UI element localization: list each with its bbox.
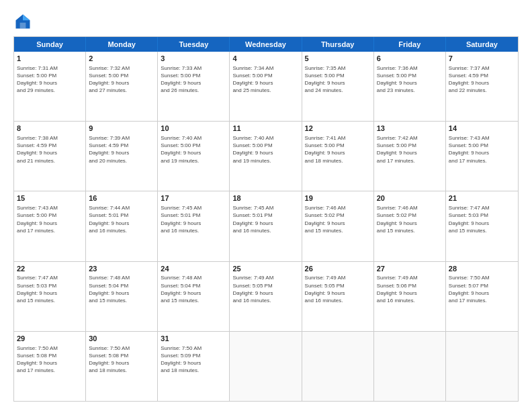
day-info: Sunrise: 7:38 AM Sunset: 4:59 PM Dayligh… — [17, 134, 83, 165]
calendar-week: 29Sunrise: 7:50 AM Sunset: 5:08 PM Dayli… — [14, 332, 518, 401]
day-info: Sunrise: 7:48 AM Sunset: 5:04 PM Dayligh… — [161, 274, 226, 304]
day-header: Saturday — [446, 37, 518, 52]
calendar-cell: 18Sunrise: 7:45 AM Sunset: 5:01 PM Dayli… — [230, 191, 302, 261]
day-number: 25 — [232, 264, 298, 274]
calendar-cell: 1Sunrise: 7:31 AM Sunset: 5:00 PM Daylig… — [14, 52, 86, 121]
day-number: 23 — [89, 264, 154, 274]
calendar: SundayMondayTuesdayWednesdayThursdayFrid… — [13, 36, 519, 402]
calendar-week: 8Sunrise: 7:38 AM Sunset: 4:59 PM Daylig… — [14, 122, 518, 191]
day-number: 1 — [17, 54, 83, 64]
calendar-cell: 30Sunrise: 7:50 AM Sunset: 5:08 PM Dayli… — [86, 332, 158, 401]
day-number: 20 — [377, 193, 443, 203]
calendar-cell — [446, 332, 518, 401]
svg-rect-3 — [20, 23, 26, 29]
day-number: 11 — [232, 124, 298, 134]
calendar-cell: 23Sunrise: 7:48 AM Sunset: 5:04 PM Dayli… — [86, 262, 158, 331]
day-info: Sunrise: 7:48 AM Sunset: 5:04 PM Dayligh… — [89, 274, 154, 304]
day-info: Sunrise: 7:41 AM Sunset: 5:00 PM Dayligh… — [305, 134, 371, 165]
day-info: Sunrise: 7:47 AM Sunset: 5:03 PM Dayligh… — [17, 274, 83, 304]
calendar-cell: 4Sunrise: 7:34 AM Sunset: 5:00 PM Daylig… — [230, 52, 302, 121]
day-info: Sunrise: 7:32 AM Sunset: 5:00 PM Dayligh… — [89, 64, 154, 95]
day-number: 15 — [17, 193, 83, 203]
day-header: Wednesday — [230, 37, 302, 52]
day-info: Sunrise: 7:50 AM Sunset: 5:09 PM Dayligh… — [161, 345, 226, 375]
day-number: 6 — [377, 54, 443, 64]
day-number: 7 — [449, 54, 515, 64]
calendar-cell: 31Sunrise: 7:50 AM Sunset: 5:09 PM Dayli… — [158, 332, 230, 401]
day-number: 19 — [305, 193, 371, 203]
day-info: Sunrise: 7:50 AM Sunset: 5:08 PM Dayligh… — [17, 345, 83, 375]
day-info: Sunrise: 7:35 AM Sunset: 5:00 PM Dayligh… — [305, 64, 371, 95]
day-info: Sunrise: 7:50 AM Sunset: 5:07 PM Dayligh… — [449, 274, 515, 304]
calendar-cell: 27Sunrise: 7:49 AM Sunset: 5:06 PM Dayli… — [374, 262, 446, 331]
day-info: Sunrise: 7:40 AM Sunset: 5:00 PM Dayligh… — [161, 134, 226, 165]
calendar-cell: 6Sunrise: 7:36 AM Sunset: 5:00 PM Daylig… — [374, 52, 446, 121]
day-info: Sunrise: 7:43 AM Sunset: 5:00 PM Dayligh… — [17, 204, 83, 234]
calendar-cell: 12Sunrise: 7:41 AM Sunset: 5:00 PM Dayli… — [302, 122, 374, 191]
day-number: 21 — [449, 193, 515, 203]
day-info: Sunrise: 7:37 AM Sunset: 4:59 PM Dayligh… — [449, 64, 515, 95]
day-header: Friday — [374, 37, 446, 52]
calendar-cell: 15Sunrise: 7:43 AM Sunset: 5:00 PM Dayli… — [14, 191, 86, 261]
day-number: 3 — [161, 54, 226, 64]
day-info: Sunrise: 7:44 AM Sunset: 5:01 PM Dayligh… — [89, 204, 154, 234]
day-info: Sunrise: 7:47 AM Sunset: 5:03 PM Dayligh… — [449, 204, 515, 234]
day-number: 2 — [89, 54, 154, 64]
calendar-cell: 24Sunrise: 7:48 AM Sunset: 5:04 PM Dayli… — [158, 262, 230, 331]
day-info: Sunrise: 7:49 AM Sunset: 5:05 PM Dayligh… — [232, 274, 298, 304]
day-info: Sunrise: 7:36 AM Sunset: 5:00 PM Dayligh… — [377, 64, 443, 95]
day-number: 9 — [89, 124, 154, 134]
day-header: Monday — [86, 37, 158, 52]
day-info: Sunrise: 7:49 AM Sunset: 5:05 PM Dayligh… — [305, 274, 371, 304]
day-number: 24 — [161, 264, 226, 274]
day-info: Sunrise: 7:33 AM Sunset: 5:00 PM Dayligh… — [161, 64, 226, 95]
calendar-week: 22Sunrise: 7:47 AM Sunset: 5:03 PM Dayli… — [14, 262, 518, 332]
calendar-cell — [374, 332, 446, 401]
calendar-cell: 2Sunrise: 7:32 AM Sunset: 5:00 PM Daylig… — [86, 52, 158, 121]
day-info: Sunrise: 7:40 AM Sunset: 5:00 PM Dayligh… — [232, 134, 298, 165]
calendar-cell: 14Sunrise: 7:43 AM Sunset: 5:00 PM Dayli… — [446, 122, 518, 191]
day-info: Sunrise: 7:49 AM Sunset: 5:06 PM Dayligh… — [377, 274, 443, 304]
day-header: Sunday — [14, 37, 86, 52]
day-number: 14 — [449, 124, 515, 134]
svg-marker-2 — [23, 15, 30, 21]
day-info: Sunrise: 7:46 AM Sunset: 5:02 PM Dayligh… — [377, 204, 443, 234]
calendar-cell: 26Sunrise: 7:49 AM Sunset: 5:05 PM Dayli… — [302, 262, 374, 331]
day-number: 27 — [377, 264, 443, 274]
calendar-cell: 3Sunrise: 7:33 AM Sunset: 5:00 PM Daylig… — [158, 52, 230, 121]
calendar-cell — [230, 332, 302, 401]
calendar-cell: 7Sunrise: 7:37 AM Sunset: 4:59 PM Daylig… — [446, 52, 518, 121]
calendar-week: 15Sunrise: 7:43 AM Sunset: 5:00 PM Dayli… — [14, 191, 518, 261]
day-number: 10 — [161, 124, 226, 134]
day-number: 4 — [232, 54, 298, 64]
calendar-cell: 11Sunrise: 7:40 AM Sunset: 5:00 PM Dayli… — [230, 122, 302, 191]
day-number: 5 — [305, 54, 371, 64]
logo-icon — [13, 12, 32, 31]
day-number: 26 — [305, 264, 371, 274]
day-info: Sunrise: 7:39 AM Sunset: 4:59 PM Dayligh… — [89, 134, 154, 165]
day-info: Sunrise: 7:31 AM Sunset: 5:00 PM Dayligh… — [17, 64, 83, 95]
day-number: 8 — [17, 124, 83, 134]
day-number: 22 — [17, 264, 83, 274]
page: SundayMondayTuesdayWednesdayThursdayFrid… — [0, 0, 532, 411]
day-number: 31 — [161, 334, 226, 344]
day-info: Sunrise: 7:45 AM Sunset: 5:01 PM Dayligh… — [232, 204, 298, 234]
day-number: 30 — [89, 334, 154, 344]
day-info: Sunrise: 7:50 AM Sunset: 5:08 PM Dayligh… — [89, 345, 154, 375]
calendar-cell: 10Sunrise: 7:40 AM Sunset: 5:00 PM Dayli… — [158, 122, 230, 191]
day-number: 17 — [161, 193, 226, 203]
header — [13, 12, 519, 31]
day-header: Tuesday — [158, 37, 230, 52]
day-number: 12 — [305, 124, 371, 134]
calendar-week: 1Sunrise: 7:31 AM Sunset: 5:00 PM Daylig… — [14, 52, 518, 122]
calendar-cell: 19Sunrise: 7:46 AM Sunset: 5:02 PM Dayli… — [302, 191, 374, 261]
calendar-cell: 13Sunrise: 7:42 AM Sunset: 5:00 PM Dayli… — [374, 122, 446, 191]
day-number: 16 — [89, 193, 154, 203]
day-info: Sunrise: 7:43 AM Sunset: 5:00 PM Dayligh… — [449, 134, 515, 165]
calendar-cell: 5Sunrise: 7:35 AM Sunset: 5:00 PM Daylig… — [302, 52, 374, 121]
calendar-cell: 9Sunrise: 7:39 AM Sunset: 4:59 PM Daylig… — [86, 122, 158, 191]
calendar-cell: 17Sunrise: 7:45 AM Sunset: 5:01 PM Dayli… — [158, 191, 230, 261]
day-number: 29 — [17, 334, 83, 344]
day-info: Sunrise: 7:34 AM Sunset: 5:00 PM Dayligh… — [232, 64, 298, 95]
calendar-cell: 28Sunrise: 7:50 AM Sunset: 5:07 PM Dayli… — [446, 262, 518, 331]
